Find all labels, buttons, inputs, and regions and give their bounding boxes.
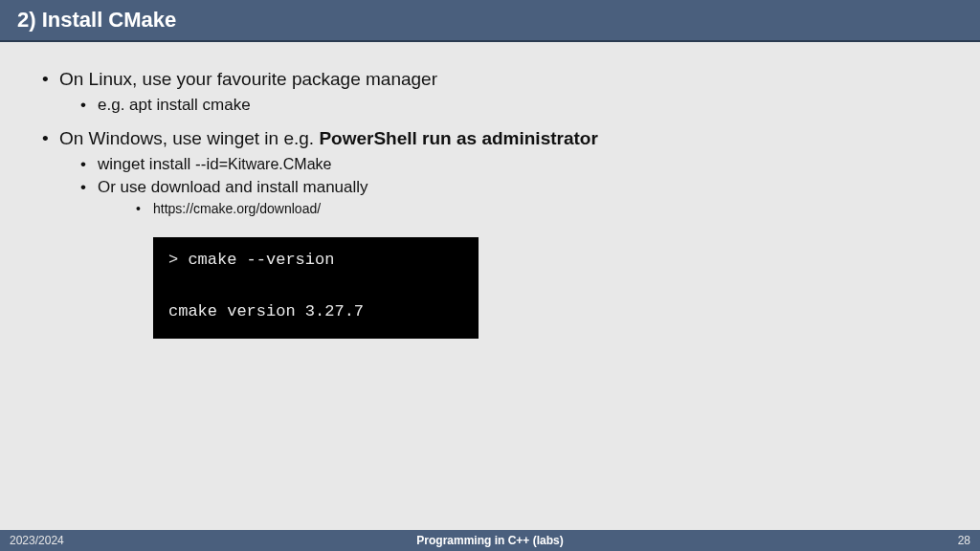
bullet-list: On Linux, use your favourite package man… [38, 69, 942, 216]
bullet-winget: winget install --id=Kitware.CMake [59, 155, 942, 174]
footer-course: Programming in C++ (labs) [416, 534, 563, 547]
footer-page-number: 28 [958, 534, 970, 547]
terminal-line3: cmake version 3.27.7 [168, 302, 364, 320]
slide-content: On Linux, use your favourite package man… [0, 42, 980, 339]
terminal-line1: > cmake --version [168, 251, 334, 269]
bullet-linux-text: On Linux, use your favourite package man… [59, 69, 437, 89]
slide-title: 2) Install CMake [17, 8, 963, 33]
terminal-block: > cmake --version cmake version 3.27.7 [153, 237, 479, 339]
footer-year: 2023/2024 [10, 534, 64, 547]
slide-footer: 2023/2024 Programming in C++ (labs) 28 [0, 530, 980, 551]
bullet-windows-pre: On Windows, use winget in e.g. [59, 128, 319, 148]
winget-pre: winget install [98, 155, 195, 173]
bullet-url: https://cmake.org/download/ [98, 201, 942, 216]
bullet-windows-bold: PowerShell run as administrator [319, 128, 597, 148]
winget-flag: --id [195, 155, 219, 173]
bullet-manual: Or use download and install manually htt… [59, 178, 942, 216]
slide-header: 2) Install CMake [0, 0, 980, 42]
bullet-apt: e.g. apt install cmake [59, 96, 942, 115]
bullet-manual-text: Or use download and install manually [98, 178, 368, 196]
winget-rest: =Kitware.CMake [219, 156, 332, 172]
bullet-linux: On Linux, use your favourite package man… [38, 69, 942, 115]
bullet-windows: On Windows, use winget in e.g. PowerShel… [38, 128, 942, 216]
